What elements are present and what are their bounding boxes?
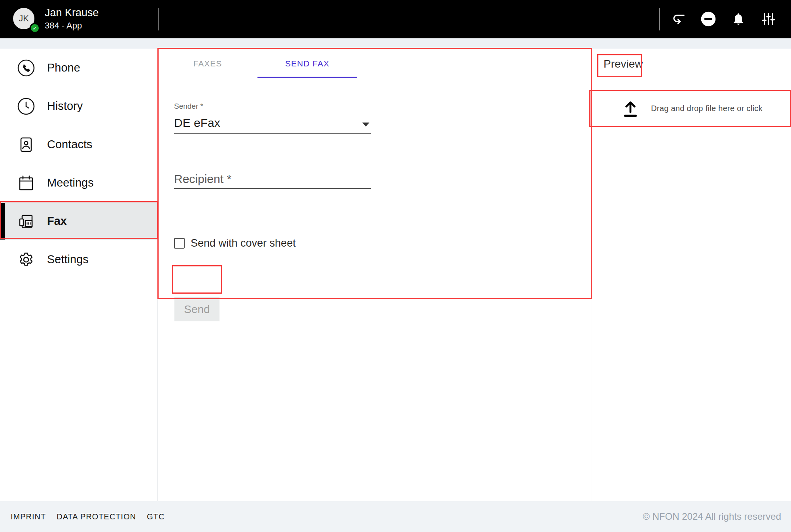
cover-sheet-option[interactable]: Send with cover sheet [174, 237, 296, 249]
sidebar-item-contacts[interactable]: Contacts [0, 125, 157, 164]
dropzone-label: Drag and drop file here or click [651, 104, 763, 113]
sender-selected-value: DE eFax [174, 114, 371, 130]
cover-sheet-label: Send with cover sheet [191, 237, 296, 249]
sidebar-item-label: Phone [47, 61, 80, 74]
sidebar-item-label: Fax [47, 215, 67, 228]
file-dropzone[interactable]: Drag and drop file here or click [592, 90, 791, 127]
selected-indicator-bar [0, 203, 5, 240]
preview-title: Preview [604, 58, 643, 70]
top-bar: JK ✓ Jan Krause 384 - App [0, 0, 791, 38]
sender-select[interactable]: DE eFax [174, 114, 371, 134]
sidebar-nav: Phone History Contacts Meetings [0, 49, 158, 501]
sidebar-item-history[interactable]: History [0, 87, 157, 125]
cover-sheet-checkbox[interactable] [174, 238, 185, 249]
history-clock-icon [17, 97, 35, 115]
footer-link-data-protection[interactable]: DATA PROTECTION [57, 512, 136, 521]
topbar-icon-group [670, 10, 777, 28]
user-name: Jan Krause [45, 7, 99, 19]
footer-copyright: © NFON 2024 All rights reserved [643, 511, 781, 522]
status-available-icon: ✓ [30, 23, 40, 33]
notifications-bell-icon[interactable] [730, 10, 747, 28]
call-forward-icon[interactable] [670, 10, 687, 28]
settings-gear-icon [17, 251, 35, 269]
sender-field-label: Sender * [174, 102, 203, 111]
contacts-icon [17, 136, 35, 154]
fax-tab-bar: FAXES SEND FAX [158, 49, 592, 78]
sidebar-item-fax[interactable]: Fax [0, 202, 157, 240]
sidebar-item-label: Settings [47, 253, 89, 266]
user-extension: 384 - App [45, 21, 82, 31]
topbar-divider [158, 8, 159, 30]
user-avatar[interactable]: JK ✓ [13, 8, 34, 29]
sidebar-item-settings[interactable]: Settings [0, 240, 157, 279]
do-not-disturb-icon[interactable] [700, 10, 717, 28]
tab-send-fax[interactable]: SEND FAX [257, 49, 357, 78]
chevron-down-icon [362, 123, 369, 126]
send-button[interactable]: Send [174, 297, 220, 321]
fax-panel: FAXES SEND FAX Sender * DE eFax Send wit… [158, 49, 592, 501]
topbar-icons-divider [659, 8, 660, 30]
preview-panel: Preview Drag and drop file here or click [592, 49, 791, 501]
preview-header: Preview [592, 49, 791, 78]
sidebar-item-label: History [47, 100, 83, 113]
sidebar-item-label: Contacts [47, 138, 92, 151]
audio-settings-sliders-icon[interactable] [760, 10, 777, 28]
sidebar-item-phone[interactable]: Phone [0, 49, 157, 87]
footer-link-gtc[interactable]: GTC [147, 512, 165, 521]
footer-links: IMPRINT DATA PROTECTION GTC [11, 512, 165, 521]
phone-icon [17, 59, 35, 77]
recipient-input[interactable] [174, 170, 371, 189]
fax-machine-icon [17, 212, 35, 230]
sidebar-item-meetings[interactable]: Meetings [0, 164, 157, 202]
footer-bar: IMPRINT DATA PROTECTION GTC © NFON 2024 … [0, 501, 791, 532]
footer-link-imprint[interactable]: IMPRINT [11, 512, 46, 521]
meetings-calendar-icon [17, 174, 35, 192]
sidebar-item-label: Meetings [47, 176, 94, 189]
upload-arrow-icon [621, 99, 640, 118]
tab-faxes[interactable]: FAXES [158, 49, 257, 78]
